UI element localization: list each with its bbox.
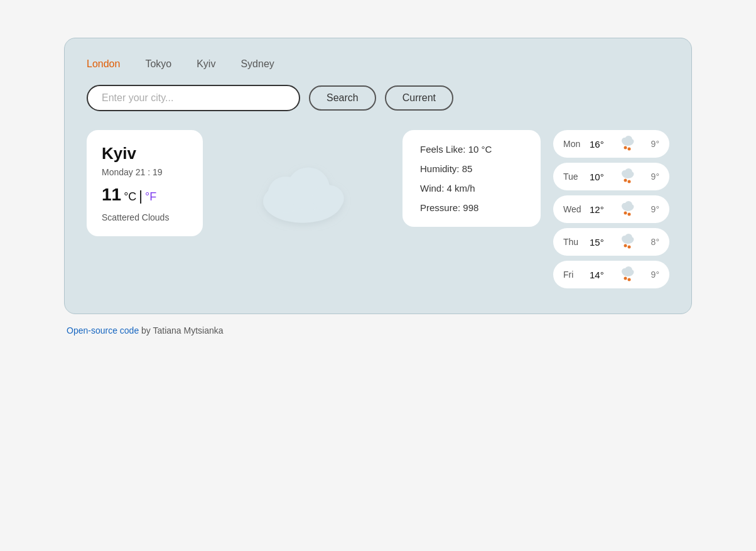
forecast-day-mon: Mon <box>563 139 585 149</box>
forecast-high-mon: 16° <box>590 139 613 150</box>
humidity: Humidity: 85 <box>420 163 523 174</box>
svg-point-14 <box>624 179 627 182</box>
city-name: Kyiv <box>102 144 188 163</box>
rain-icon-wed <box>618 200 637 218</box>
svg-point-7 <box>628 139 634 144</box>
forecast-column: Mon 16° 9° Tue 10° <box>553 130 669 288</box>
forecast-row-wed: Wed 12° 9° <box>553 195 669 223</box>
search-row: Search Current <box>87 85 669 111</box>
forecast-low-thu: 8° <box>642 237 659 247</box>
forecast-day-fri: Fri <box>563 270 585 280</box>
forecast-day-tue: Tue <box>563 172 585 182</box>
forecast-high-wed: 12° <box>590 204 613 215</box>
city-search-input[interactable] <box>87 85 300 111</box>
svg-point-21 <box>627 213 630 216</box>
svg-point-8 <box>624 146 627 150</box>
open-source-link[interactable]: Open-source code <box>67 325 139 336</box>
pressure: Pressure: 998 <box>420 202 523 213</box>
svg-point-32 <box>624 277 627 280</box>
forecast-low-fri: 9° <box>642 270 659 280</box>
tab-kyiv[interactable]: Kyiv <box>197 57 215 71</box>
feels-like: Feels Like: 10 °C <box>420 144 523 155</box>
forecast-low-tue: 9° <box>642 172 659 182</box>
svg-point-27 <box>627 246 630 249</box>
cloud-icon-area <box>215 130 390 256</box>
forecast-row-thu: Thu 15° 8° <box>553 228 669 256</box>
details-card: Feels Like: 10 °C Humidity: 85 Wind: 4 k… <box>402 130 541 227</box>
footer: Open-source code by Tatiana Mytsianka <box>64 325 692 336</box>
tab-tokyo[interactable]: Tokyo <box>145 57 171 71</box>
temp-separator: | <box>139 188 143 204</box>
svg-point-15 <box>627 180 630 183</box>
forecast-day-thu: Thu <box>563 237 585 247</box>
forecast-day-wed: Wed <box>563 204 585 214</box>
search-button[interactable]: Search <box>309 85 376 111</box>
temp-unit-f: °F <box>145 190 156 204</box>
temperature-display: 11 °C | °F <box>102 185 188 205</box>
svg-point-20 <box>624 212 627 215</box>
city-date: Monday 21 : 19 <box>102 167 188 177</box>
forecast-high-thu: 15° <box>590 237 613 248</box>
cloud-icon <box>246 155 359 231</box>
rain-icon-fri <box>618 266 637 283</box>
forecast-row-fri: Fri 14° 9° <box>553 261 669 288</box>
main-app-container: London Tokyo Kyiv Sydney Search Current … <box>64 38 692 314</box>
rain-icon-mon <box>618 135 637 153</box>
svg-point-19 <box>628 204 634 209</box>
city-card: Kyiv Monday 21 : 19 11 °C | °F Scattered… <box>87 130 203 236</box>
svg-point-3 <box>312 185 343 212</box>
svg-point-9 <box>627 148 630 151</box>
city-tabs: London Tokyo Kyiv Sydney <box>87 57 669 71</box>
forecast-high-tue: 10° <box>590 172 613 182</box>
temp-unit-c: °C <box>124 190 136 204</box>
forecast-high-fri: 14° <box>590 270 613 280</box>
temp-celsius: 11 <box>102 185 121 205</box>
rain-icon-thu <box>618 233 637 251</box>
forecast-row-mon: Mon 16° 9° <box>553 130 669 158</box>
wind: Wind: 4 km/h <box>420 183 523 194</box>
svg-point-33 <box>627 278 630 281</box>
tab-sydney[interactable]: Sydney <box>240 57 274 71</box>
svg-point-31 <box>628 270 634 275</box>
tab-london[interactable]: London <box>87 57 120 71</box>
svg-point-13 <box>628 172 634 177</box>
rain-icon-tue <box>618 168 637 185</box>
current-button[interactable]: Current <box>385 85 453 111</box>
weather-main-area: Kyiv Monday 21 : 19 11 °C | °F Scattered… <box>87 130 669 288</box>
weather-description: Scattered Clouds <box>102 212 188 222</box>
forecast-row-tue: Tue 10° 9° <box>553 163 669 190</box>
forecast-low-wed: 9° <box>642 204 659 214</box>
forecast-low-mon: 9° <box>642 139 659 149</box>
svg-point-25 <box>628 237 634 242</box>
svg-point-26 <box>624 244 627 248</box>
footer-suffix: by Tatiana Mytsianka <box>139 325 223 336</box>
